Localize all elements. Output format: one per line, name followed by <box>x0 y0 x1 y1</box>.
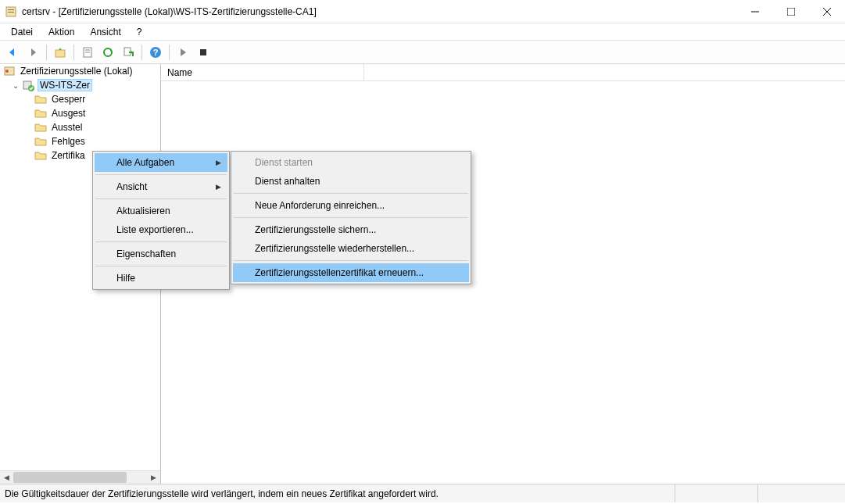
ctx-label: Aktualisieren <box>116 206 170 216</box>
ctx-label: Eigenschaften <box>116 248 176 259</box>
properties-button[interactable] <box>78 43 97 62</box>
scrollbar-thumb[interactable] <box>13 472 127 483</box>
svg-text:?: ? <box>153 48 159 57</box>
ctx-label: Zertifizierungsstelle wiederherstellen..… <box>255 243 414 254</box>
svg-rect-7 <box>55 50 65 57</box>
status-text: Die Gültigkeitsdauer der Zertifizierungs… <box>5 488 675 499</box>
minimize-button[interactable] <box>737 0 773 23</box>
export-button[interactable] <box>119 43 138 62</box>
ctx-label: Ansicht <box>116 181 147 192</box>
ctx-renew-ca-cert[interactable]: Zertifizierungsstellenzertifikat erneuer… <box>233 263 469 282</box>
tree-item-failed[interactable]: Fehlges <box>0 134 160 148</box>
folder-icon <box>34 149 47 162</box>
play-button[interactable] <box>174 43 192 62</box>
toolbar-separator <box>141 45 142 60</box>
help-button[interactable]: ? <box>146 43 165 62</box>
back-button[interactable] <box>3 43 22 62</box>
ctx-stop-service[interactable]: Dienst anhalten <box>233 172 469 191</box>
window-title: certsrv - [Zertifizierungsstelle (Lokal)… <box>22 6 737 17</box>
app-icon <box>5 5 17 18</box>
svg-rect-1 <box>8 9 14 10</box>
tree-item-issued[interactable]: Ausgest <box>0 106 160 120</box>
ctx-help[interactable]: Hilfe <box>95 269 227 288</box>
horizontal-scrollbar[interactable]: ◀ ▶ <box>0 470 160 484</box>
svg-rect-2 <box>8 12 14 13</box>
ctx-label: Hilfe <box>116 273 135 284</box>
folder-icon <box>34 121 47 134</box>
toolbar-separator <box>73 45 74 60</box>
ctx-start-service[interactable]: Dienst starten <box>233 153 469 172</box>
ca-server-icon <box>22 79 34 91</box>
titlebar: certsrv - [Zertifizierungsstelle (Lokal)… <box>0 0 845 23</box>
menu-view[interactable]: Ansicht <box>84 25 127 39</box>
menubar: Datei Aktion Ansicht ? <box>0 23 845 41</box>
tree-root-label: Zertifizierungsstelle (Lokal) <box>19 66 134 77</box>
status-cell <box>757 484 840 502</box>
context-menu: Alle Aufgaben Ansicht Aktualisieren List… <box>92 151 230 290</box>
ctx-separator <box>95 241 227 242</box>
folder-icon <box>34 107 47 120</box>
ctx-label: Neue Anforderung einreichen... <box>255 200 385 211</box>
svg-rect-15 <box>200 49 206 55</box>
ctx-separator <box>234 193 468 194</box>
svg-rect-4 <box>787 8 795 16</box>
ctx-separator <box>95 266 227 266</box>
forward-button[interactable] <box>23 43 42 62</box>
ctx-label: Zertifizierungsstelle sichern... <box>255 224 376 235</box>
ctx-label: Liste exportieren... <box>116 224 194 235</box>
tree-ca-node[interactable]: ⌄ WS-ITS-Zer <box>0 78 160 92</box>
tree-item-label: Ausstel <box>50 122 84 133</box>
scroll-right-icon[interactable]: ▶ <box>147 471 160 484</box>
refresh-button[interactable] <box>98 43 117 62</box>
ctx-label: Dienst anhalten <box>255 176 320 187</box>
toolbar-separator <box>169 45 170 60</box>
ctx-label: Zertifizierungsstellenzertifikat erneuer… <box>255 267 424 278</box>
toolbar-separator <box>46 45 47 60</box>
ctx-label: Alle Aufgaben <box>116 157 174 168</box>
menu-help[interactable]: ? <box>131 25 149 39</box>
list-header: Name <box>161 64 845 81</box>
stop-button[interactable] <box>194 43 213 62</box>
ctx-separator <box>234 217 468 218</box>
ctx-separator <box>95 198 227 199</box>
expander-icon[interactable]: ⌄ <box>11 81 20 90</box>
maximize-button[interactable] <box>773 0 809 23</box>
close-button[interactable] <box>809 0 845 23</box>
ctx-export-list[interactable]: Liste exportieren... <box>95 220 227 239</box>
column-name-label: Name <box>167 67 192 78</box>
ctx-submit-new-request[interactable]: Neue Anforderung einreichen... <box>233 196 469 215</box>
ctx-all-tasks[interactable]: Alle Aufgaben <box>95 153 227 172</box>
context-submenu: Dienst starten Dienst anhalten Neue Anfo… <box>231 151 471 284</box>
window-controls <box>737 0 845 23</box>
ctx-view[interactable]: Ansicht <box>95 177 227 196</box>
tree-item-label: Ausgest <box>50 108 87 119</box>
tree-item-label: Fehlges <box>50 136 87 147</box>
tree-item-pending[interactable]: Ausstel <box>0 120 160 134</box>
cert-authority-icon <box>3 65 16 77</box>
status-cell <box>675 484 757 502</box>
toolbar: ? <box>0 41 845 64</box>
ctx-separator <box>234 260 468 261</box>
tree-item-label: Zertifika <box>50 150 87 161</box>
tree-item-label: Gesperr <box>50 94 87 105</box>
ctx-refresh[interactable]: Aktualisieren <box>95 202 227 220</box>
folder-icon <box>34 135 47 148</box>
ctx-separator <box>95 174 227 175</box>
tree-root[interactable]: Zertifizierungsstelle (Lokal) <box>0 64 160 78</box>
ctx-label: Dienst starten <box>255 157 313 168</box>
column-name[interactable]: Name <box>161 64 364 80</box>
folder-icon <box>34 93 47 105</box>
tree-ca-label: WS-ITS-Zer <box>38 79 92 91</box>
ctx-properties[interactable]: Eigenschaften <box>95 245 227 263</box>
ctx-backup-ca[interactable]: Zertifizierungsstelle sichern... <box>233 220 469 239</box>
main-area: Zertifizierungsstelle (Lokal) ⌄ WS-ITS-Z… <box>0 64 845 484</box>
svg-point-17 <box>5 70 9 73</box>
up-button[interactable] <box>51 43 70 62</box>
scroll-left-icon[interactable]: ◀ <box>0 471 13 484</box>
tree-item-revoked[interactable]: Gesperr <box>0 92 160 106</box>
ctx-restore-ca[interactable]: Zertifizierungsstelle wiederherstellen..… <box>233 239 469 258</box>
menu-file[interactable]: Datei <box>5 25 39 39</box>
menu-action[interactable]: Aktion <box>42 25 81 39</box>
statusbar: Die Gültigkeitsdauer der Zertifizierungs… <box>0 484 845 502</box>
